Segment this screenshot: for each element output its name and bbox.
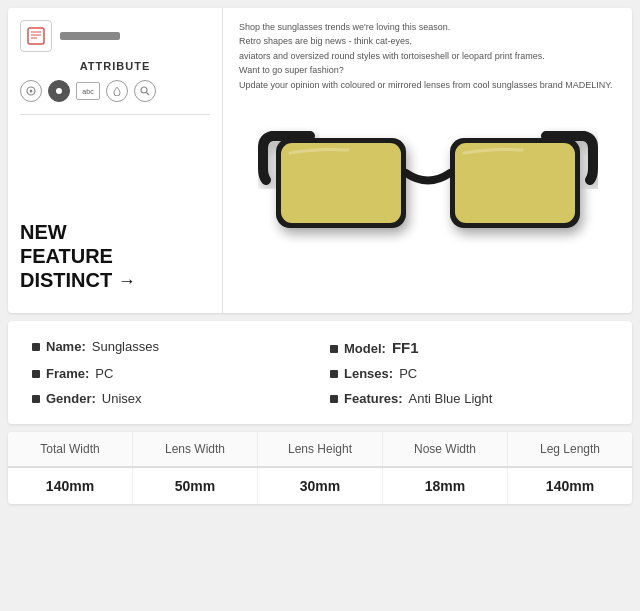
rect-icon-1[interactable]: abc <box>76 82 100 100</box>
sidebar-title-line <box>60 32 120 40</box>
circle-icon-1[interactable] <box>20 80 42 102</box>
value-lens-height: 30mm <box>258 468 383 504</box>
bullet-model <box>330 345 338 353</box>
value-leg-length: 140mm <box>508 468 632 504</box>
attribute-icon <box>20 20 52 52</box>
bullet-gender <box>32 395 40 403</box>
model-value: FF1 <box>392 339 419 356</box>
value-nose-width: 18mm <box>383 468 508 504</box>
sidebar-icons-row: abc <box>20 80 210 102</box>
glasses-svg <box>258 118 598 278</box>
bullet-frame <box>32 370 40 378</box>
detail-features-row: Features: Anti Blue Light <box>330 391 608 406</box>
frame-value: PC <box>95 366 113 381</box>
bullet-lenses <box>330 370 338 378</box>
header-lens-width: Lens Width <box>133 432 258 466</box>
detail-lenses-row: Lenses: PC <box>330 366 608 381</box>
frame-label: Frame: <box>46 366 89 381</box>
features-label: Features: <box>344 391 403 406</box>
header-total-width: Total Width <box>8 432 133 466</box>
header-nose-width: Nose Width <box>383 432 508 466</box>
model-label: Model: <box>344 341 386 356</box>
main-container: ATTRIBUTE abc NEW FEATURE <box>0 0 640 611</box>
bullet-features <box>330 395 338 403</box>
drop-icon[interactable] <box>106 80 128 102</box>
detail-model-row: Model: FF1 <box>330 339 608 356</box>
svg-point-7 <box>141 87 147 93</box>
details-grid: Name: Sunglasses Model: FF1 Frame: PC Le… <box>32 339 608 406</box>
header-leg-length: Leg Length <box>508 432 632 466</box>
svg-line-8 <box>147 93 150 96</box>
svg-point-6 <box>56 88 62 94</box>
svg-rect-0 <box>28 28 44 44</box>
bullet-name <box>32 343 40 351</box>
new-feature-text: NEW FEATURE DISTINCT → <box>20 220 210 301</box>
measurements-section: Total Width Lens Width Lens Height Nose … <box>8 432 632 504</box>
circle-icon-2[interactable] <box>48 80 70 102</box>
value-lens-width: 50mm <box>133 468 258 504</box>
value-total-width: 140mm <box>8 468 133 504</box>
right-content: Shop the sunglasses trends we're loving … <box>223 8 632 313</box>
svg-point-5 <box>30 90 33 93</box>
detail-gender-row: Gender: Unisex <box>32 391 310 406</box>
attribute-label: ATTRIBUTE <box>20 60 210 72</box>
svg-rect-10 <box>281 143 401 223</box>
promo-text: Shop the sunglasses trends we're loving … <box>239 20 616 92</box>
sidebar-divider <box>20 114 210 115</box>
gender-label: Gender: <box>46 391 96 406</box>
glasses-image-area <box>239 96 616 301</box>
measurements-data: 140mm 50mm 30mm 18mm 140mm <box>8 468 632 504</box>
details-section: Name: Sunglasses Model: FF1 Frame: PC Le… <box>8 321 632 424</box>
arrow-icon: → <box>118 271 136 293</box>
lenses-label: Lenses: <box>344 366 393 381</box>
svg-rect-12 <box>455 143 575 223</box>
detail-name-row: Name: Sunglasses <box>32 339 310 356</box>
name-label: Name: <box>46 339 86 354</box>
detail-frame-row: Frame: PC <box>32 366 310 381</box>
lenses-value: PC <box>399 366 417 381</box>
top-section: ATTRIBUTE abc NEW FEATURE <box>8 8 632 313</box>
header-lens-height: Lens Height <box>258 432 383 466</box>
measurements-header: Total Width Lens Width Lens Height Nose … <box>8 432 632 468</box>
search-icon[interactable] <box>134 80 156 102</box>
features-value: Anti Blue Light <box>409 391 493 406</box>
name-value: Sunglasses <box>92 339 159 354</box>
gender-value: Unisex <box>102 391 142 406</box>
sidebar-top <box>20 20 210 52</box>
sidebar: ATTRIBUTE abc NEW FEATURE <box>8 8 223 313</box>
